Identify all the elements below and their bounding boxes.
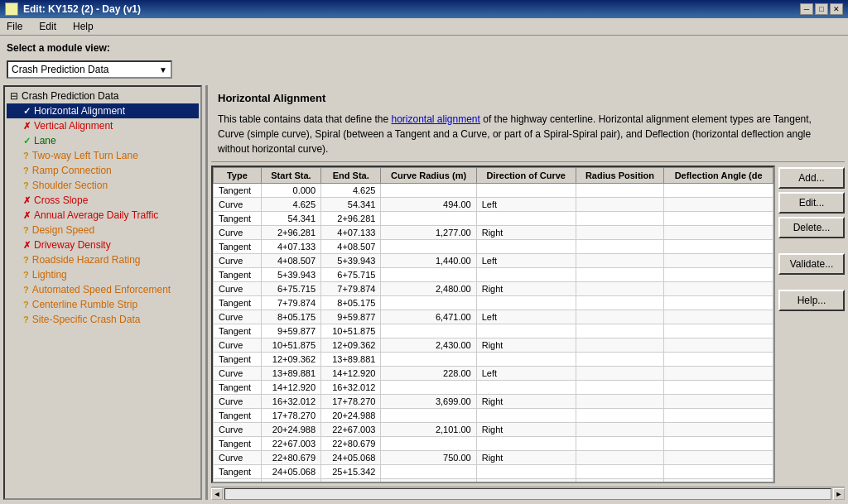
table-row[interactable]: Curve8+05.1759+59.8776,471.00Left (214, 310, 773, 324)
table-cell: Curve (214, 394, 262, 408)
tree-item-shoulder-section[interactable]: ?Shoulder Section (7, 178, 199, 193)
module-dropdown[interactable]: Crash Prediction Data ▼ (7, 60, 172, 79)
bottom-scrollbar[interactable]: ◄ ► (211, 487, 845, 500)
table-row[interactable]: Curve2+96.2814+07.1331,277.00Right (214, 225, 773, 239)
table-container[interactable]: Type Start Sta. End Sta. Curve Radius (m… (211, 166, 775, 484)
table-cell: 17+78.270 (261, 408, 320, 422)
tree-item-site-specific-crash-data[interactable]: ?Site-Specific Crash Data (7, 312, 199, 327)
horizontal-scrollbar-track[interactable] (224, 488, 831, 500)
table-row[interactable]: Tangent12+09.36213+89.881 (214, 352, 773, 366)
table-cell: 2,480.00 (381, 281, 476, 295)
module-dropdown-value: Crash Prediction Data (12, 64, 108, 75)
table-row[interactable]: Tangent22+67.00322+80.679 (214, 436, 773, 450)
delete-button[interactable]: Delete... (778, 217, 845, 238)
title-bar-title: Edit: KY152 (2) - Day (v1) (23, 3, 141, 15)
validate-button[interactable]: Validate... (778, 253, 845, 275)
table-cell (576, 183, 663, 197)
table-row[interactable]: Tangent9+59.87710+51.875 (214, 324, 773, 338)
tree-root[interactable]: ⊟ Crash Prediction Data (7, 89, 199, 103)
table-cell: 13+89.881 (261, 366, 320, 380)
table-row[interactable]: Curve20+24.98822+67.0032,101.00Right (214, 422, 773, 436)
table-cell: Tangent (214, 239, 262, 253)
table-cell (664, 310, 773, 324)
close-button[interactable]: ✕ (830, 3, 843, 15)
table-cell (664, 352, 773, 366)
divider[interactable] (205, 85, 208, 500)
table-row[interactable]: Curve16+32.01217+78.2703,699.00Right (214, 394, 773, 408)
tree-item-vertical-alignment[interactable]: ✗Vertical Alignment (7, 118, 199, 133)
table-cell: Tangent (214, 295, 262, 310)
tree-item-label: Horizontal Alignment (34, 105, 125, 117)
tree-item-driveway-density[interactable]: ✗Driveway Density (7, 238, 199, 252)
table-row[interactable]: Curve13+89.88114+12.920228.00Left (214, 366, 773, 380)
maximize-button[interactable]: □ (815, 3, 828, 15)
table-cell: 16+32.012 (321, 380, 381, 394)
tree-item-label: Centerline Rumble Strip (32, 299, 137, 310)
tree-item-ramp-connection[interactable]: ?Ramp Connection (7, 163, 199, 178)
table-cell (576, 352, 663, 366)
table-row[interactable]: Tangent24+05.06825+15.342 (214, 464, 773, 478)
tree-item-automated-speed-enforcement[interactable]: ?Automated Speed Enforcement (7, 282, 199, 297)
tree-item-cross-slope[interactable]: ✗Cross Slope (7, 193, 199, 208)
table-row[interactable]: Tangent5+39.9436+75.715 (214, 267, 773, 281)
description-title: Horizontal Alignment (218, 90, 838, 107)
table-cell (576, 422, 663, 436)
scroll-right-arrow[interactable]: ► (833, 488, 845, 500)
table-row[interactable]: Tangent17+78.27020+24.988 (214, 408, 773, 422)
minimize-button[interactable]: ─ (800, 3, 813, 15)
tree-item-roadside-hazard-rating[interactable]: ?Roadside Hazard Rating (7, 252, 199, 267)
table-cell (476, 324, 576, 338)
table-cell: 22+80.679 (261, 450, 320, 464)
table-cell: Tangent (214, 211, 262, 225)
table-cell (381, 211, 476, 225)
tree-item-design-speed[interactable]: ?Design Speed (7, 223, 199, 238)
table-row[interactable]: Curve22+80.67924+05.068750.00Right (214, 450, 773, 464)
table-cell (664, 422, 773, 436)
table-row[interactable]: Tangent7+79.8748+05.175 (214, 295, 773, 310)
table-cell: Tangent (214, 380, 262, 394)
menu-file[interactable]: File (3, 20, 26, 33)
table-cell: 17+78.270 (321, 394, 381, 408)
table-row[interactable]: Curve4.62554.341494.00Left (214, 197, 773, 211)
tree-item-centerline-rumble-strip[interactable]: ?Centerline Rumble Strip (7, 297, 199, 312)
edit-button[interactable]: Edit... (778, 192, 845, 214)
tree-item-label: Vertical Alignment (34, 120, 113, 132)
tree-item-label: Lane (34, 135, 56, 146)
tree-item-two-way-left-turn-lane[interactable]: ?Two-way Left Turn Lane (7, 148, 199, 163)
table-cell: 4+07.133 (321, 225, 381, 239)
table-row[interactable]: Curve4+08.5075+39.9431,440.00Left (214, 253, 773, 267)
description-area: Horizontal Alignment This table contains… (211, 85, 845, 162)
status-icon: ✗ (23, 121, 31, 132)
table-cell: Curve (214, 366, 262, 380)
table-cell: Left (476, 366, 576, 380)
tree-item-lane[interactable]: ✓Lane (7, 133, 199, 148)
table-cell: 24+05.068 (261, 464, 320, 478)
table-row[interactable]: Curve10+51.87512+09.3622,430.00Right (214, 338, 773, 352)
scroll-left-arrow[interactable]: ◄ (211, 488, 223, 500)
add-button[interactable]: Add... (778, 167, 845, 189)
table-row[interactable]: Curve6+75.7157+79.8742,480.00Right (214, 281, 773, 295)
table-row[interactable]: Tangent4+07.1334+08.507 (214, 239, 773, 253)
table-cell: 6+75.715 (261, 281, 320, 295)
table-row[interactable]: Tangent54.3412+96.281 (214, 211, 773, 225)
table-row[interactable]: Curve25+15.34226+23.218592.00Left (214, 478, 773, 483)
table-cell: Right (476, 281, 576, 295)
table-cell (576, 281, 663, 295)
table-cell (664, 225, 773, 239)
table-row[interactable]: Tangent0.0004.625 (214, 183, 773, 197)
menu-edit[interactable]: Edit (36, 20, 60, 33)
tree-item-horizontal-alignment[interactable]: ✓Horizontal Alignment (7, 103, 199, 118)
menu-help[interactable]: Help (70, 20, 97, 33)
horizontal-alignment-link[interactable]: horizontal alignment (391, 113, 479, 125)
help-button[interactable]: Help... (778, 290, 845, 311)
tree-item-lighting[interactable]: ?Lighting (7, 267, 199, 282)
table-cell: 9+59.877 (321, 310, 381, 324)
table-cell: 4.625 (261, 197, 320, 211)
tree-item-annual-average-daily-traffic[interactable]: ✗Annual Average Daily Traffic (7, 208, 199, 223)
table-row[interactable]: Tangent14+12.92016+32.012 (214, 380, 773, 394)
table-cell: 26+23.218 (321, 478, 381, 483)
table-cell: 1,440.00 (381, 253, 476, 267)
table-cell (576, 478, 663, 483)
table-body: Tangent0.0004.625Curve4.62554.341494.00L… (214, 183, 773, 483)
table-cell: Right (476, 422, 576, 436)
